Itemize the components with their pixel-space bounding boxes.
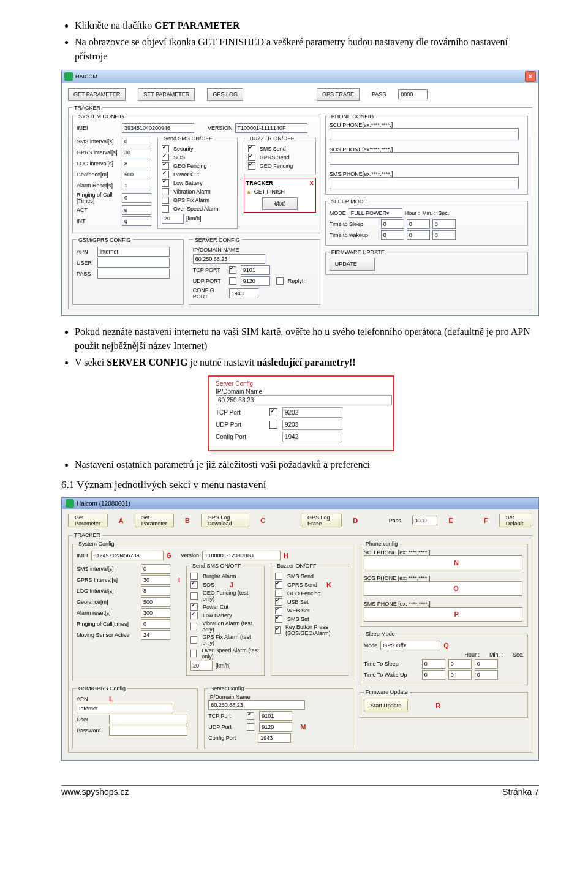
checkbox[interactable] — [229, 277, 236, 285]
checkbox[interactable] — [162, 179, 169, 187]
checkbox[interactable] — [162, 145, 169, 152]
udp-input[interactable]: 9120 — [241, 276, 270, 286]
pass-input[interactable]: 0000 — [398, 89, 428, 99]
ok-button[interactable]: 确定 — [262, 197, 298, 210]
checkbox[interactable] — [247, 712, 254, 720]
udp-input[interactable]: 9203 — [282, 420, 342, 430]
field-input[interactable]: 0 — [141, 619, 170, 629]
get-parameter-button[interactable]: GET PARAMETER — [68, 88, 126, 101]
field-input[interactable]: 500 — [141, 597, 170, 607]
set-default-button[interactable]: Set Default — [499, 514, 532, 527]
h-input[interactable]: 0 — [381, 230, 404, 240]
h-input[interactable]: 0 — [381, 219, 404, 229]
user-input[interactable] — [109, 715, 187, 724]
field-input[interactable]: 1 — [122, 181, 151, 190]
sos-input[interactable]: O — [364, 581, 522, 596]
checkbox[interactable] — [248, 145, 255, 152]
get-parameter-button[interactable]: Get Parameter — [68, 514, 108, 527]
password-input[interactable] — [109, 726, 187, 736]
checkbox[interactable] — [275, 598, 282, 606]
checkbox[interactable] — [190, 603, 198, 611]
gps-log-download-button[interactable]: GPS Log Download — [201, 514, 249, 527]
checkbox[interactable] — [248, 162, 255, 170]
cfg-input[interactable]: 1943 — [229, 288, 258, 298]
pass-input[interactable]: 0000 — [412, 516, 437, 525]
apn-input[interactable]: Internet — [77, 704, 173, 713]
sms-input[interactable]: P — [364, 607, 522, 622]
ipdn-input[interactable]: 60.250.68.23 — [193, 254, 265, 264]
field-input[interactable]: 0 — [122, 193, 151, 203]
sos-input[interactable] — [330, 152, 519, 165]
checkbox[interactable] — [190, 650, 197, 657]
sms-input[interactable] — [330, 177, 519, 189]
checkbox[interactable] — [275, 607, 282, 614]
checkbox[interactable] — [248, 154, 255, 161]
scu-input[interactable]: N — [364, 555, 522, 570]
field-input[interactable]: 24 — [141, 630, 170, 640]
checkbox[interactable] — [270, 421, 277, 429]
set-parameter-button[interactable]: SET PARAMETER — [138, 88, 195, 101]
checkbox[interactable] — [229, 266, 236, 274]
ipdn-input[interactable]: 60.250.68.23 — [208, 700, 305, 710]
checkbox[interactable] — [162, 188, 169, 195]
gps-log-erase-button[interactable]: GPS Log Erase — [301, 514, 342, 527]
version-input[interactable]: T100001-12080BR1 — [202, 551, 281, 560]
checkbox[interactable] — [190, 636, 197, 644]
cfg-input[interactable]: 1942 — [282, 432, 342, 442]
speed-input[interactable]: 20 — [190, 661, 213, 671]
checkbox[interactable] — [190, 573, 198, 580]
m-input[interactable]: 0 — [407, 230, 430, 240]
checkbox[interactable] — [247, 723, 254, 731]
set-parameter-button[interactable]: Set Parameter — [135, 514, 174, 527]
s-input[interactable]: 0 — [432, 219, 456, 229]
field-input[interactable]: 8 — [141, 586, 170, 596]
checkbox[interactable] — [162, 154, 169, 161]
apn-input[interactable]: internet — [97, 247, 170, 257]
field-input[interactable]: 500 — [122, 170, 151, 179]
gps-log-button[interactable]: GPS LOG — [207, 88, 243, 101]
field-input[interactable]: 8 — [122, 159, 151, 168]
checkbox[interactable] — [162, 205, 169, 213]
version-input[interactable]: T100001-1111140F — [235, 123, 307, 133]
tcp-input[interactable]: 9101 — [241, 265, 270, 275]
checkbox[interactable] — [190, 612, 198, 619]
tcp-input[interactable]: 9202 — [282, 407, 342, 418]
s-input[interactable]: 0 — [475, 670, 498, 680]
imei-input[interactable]: 393451040200946 — [122, 123, 194, 133]
m-input[interactable]: 0 — [448, 670, 472, 680]
h-input[interactable]: 0 — [422, 659, 445, 669]
field-input[interactable]: 0 — [141, 564, 170, 574]
start-update-button[interactable]: Start Update — [364, 699, 409, 712]
m-input[interactable]: 0 — [448, 659, 472, 669]
checkbox[interactable] — [190, 592, 198, 600]
field-input[interactable]: 30 — [122, 148, 151, 157]
s-input[interactable]: 0 — [475, 659, 498, 669]
udp-input[interactable]: 9120 — [259, 722, 292, 732]
imei-input[interactable]: 012497123456789 — [91, 551, 164, 560]
checkbox[interactable] — [190, 623, 197, 630]
m-input[interactable]: 0 — [407, 219, 430, 229]
close-icon[interactable]: X — [310, 180, 314, 186]
h-input[interactable]: 0 — [422, 670, 445, 680]
scu-input[interactable] — [330, 128, 519, 140]
checkbox[interactable] — [270, 408, 277, 416]
checkbox[interactable] — [275, 626, 281, 634]
user-input[interactable] — [97, 258, 170, 268]
tcp-input[interactable]: 9101 — [259, 711, 292, 721]
checkbox[interactable] — [275, 573, 282, 580]
close-icon[interactable]: X — [525, 71, 536, 82]
checkbox[interactable] — [275, 581, 282, 589]
checkbox[interactable] — [162, 197, 169, 204]
checkbox[interactable] — [162, 171, 169, 178]
update-button[interactable]: UPDATE — [330, 258, 375, 271]
field-input[interactable]: 30 — [141, 575, 170, 585]
gps-erase-button[interactable]: GPS ERASE — [317, 88, 360, 101]
cfg-input[interactable]: 1943 — [258, 733, 291, 743]
s-input[interactable]: 0 — [432, 230, 456, 240]
field-input[interactable]: 0 — [122, 137, 151, 146]
ipdn-input[interactable]: 60.250.68.23 — [216, 395, 392, 405]
field-input[interactable]: e — [122, 205, 151, 215]
checkbox[interactable] — [276, 277, 284, 285]
field-input[interactable]: 300 — [141, 608, 170, 618]
speed-input[interactable]: 20 — [162, 214, 184, 224]
